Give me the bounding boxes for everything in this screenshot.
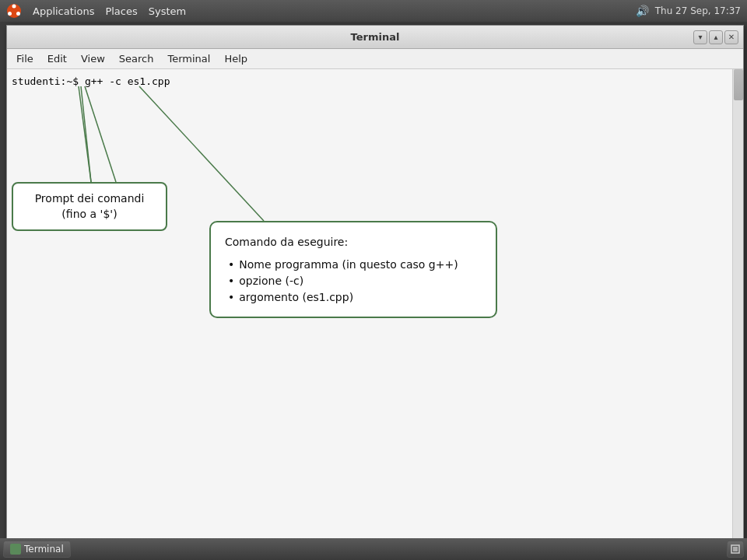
list-item: Nome programma (in questo caso g++) [228,257,482,273]
system-bar-left: Applications Places System [6,3,186,19]
minimize-button[interactable]: ▾ [693,30,707,44]
terminal-window: Terminal ▾ ▴ ✕ File Edit View Search Ter… [6,25,744,551]
menu-help[interactable]: Help [218,51,254,66]
annotation-prompt-box: Prompt dei comandi (fino a '$') [12,182,167,231]
system-bar-right: 🔊 Thu 27 Sep, 17:37 [636,0,741,22]
taskbar: Terminal [0,538,747,560]
menu-edit[interactable]: Edit [41,51,73,66]
menu-terminal[interactable]: Terminal [161,51,216,66]
svg-line-6 [85,86,116,182]
maximize-button[interactable]: ▴ [709,30,723,44]
taskbar-right-btn1[interactable] [727,541,744,558]
svg-line-4 [79,86,91,182]
taskbar-terminal-label: Terminal [24,544,64,555]
svg-rect-9 [733,547,738,551]
svg-line-5 [81,86,91,182]
applications-menu[interactable]: Applications [33,5,94,17]
taskbar-right [727,541,744,558]
list-item: argomento (es1.cpp) [228,289,482,306]
annotation-command-title: Comando da eseguire: [225,233,482,252]
datetime-display: Thu 27 Sep, 17:37 [655,5,741,16]
list-item: opzione (-c) [228,273,482,289]
annotation-command-list: Nome programma (in questo caso g++) opzi… [225,257,482,306]
scrollbar-thumb[interactable] [734,69,743,100]
menu-search[interactable]: Search [113,51,160,66]
terminal-command-line: studenti:~$ g++ -c es1.cpp [12,75,170,87]
system-menu[interactable]: System [149,5,186,17]
svg-point-1 [12,5,16,9]
terminal-content: studenti:~$ g++ -c es1.cpp Prompt dei co… [7,69,743,550]
places-menu[interactable]: Places [105,5,137,17]
window-controls: ▾ ▴ ✕ [693,30,738,44]
scrollbar[interactable] [732,69,743,550]
svg-point-2 [16,12,20,16]
annotation-command-box: Comando da eseguire: Nome programma (in … [209,221,497,318]
terminal-title: Terminal [351,31,400,43]
menu-file[interactable]: File [10,51,40,66]
terminal-menubar: File Edit View Search Terminal Help [7,49,743,69]
system-bar: Applications Places System 🔊 Thu 27 Sep,… [0,0,747,22]
menu-view[interactable]: View [75,51,111,66]
taskbar-icon1 [731,544,740,554]
svg-point-3 [8,12,12,16]
terminal-titlebar: Terminal ▾ ▴ ✕ [7,26,743,49]
taskbar-terminal-icon [10,544,21,555]
ubuntu-logo-icon[interactable] [6,3,22,19]
taskbar-terminal-item[interactable]: Terminal [3,541,71,558]
close-button[interactable]: ✕ [724,30,738,44]
volume-icon[interactable]: 🔊 [636,5,649,17]
annotation-prompt-text: Prompt dei comandi (fino a '$') [35,192,145,220]
